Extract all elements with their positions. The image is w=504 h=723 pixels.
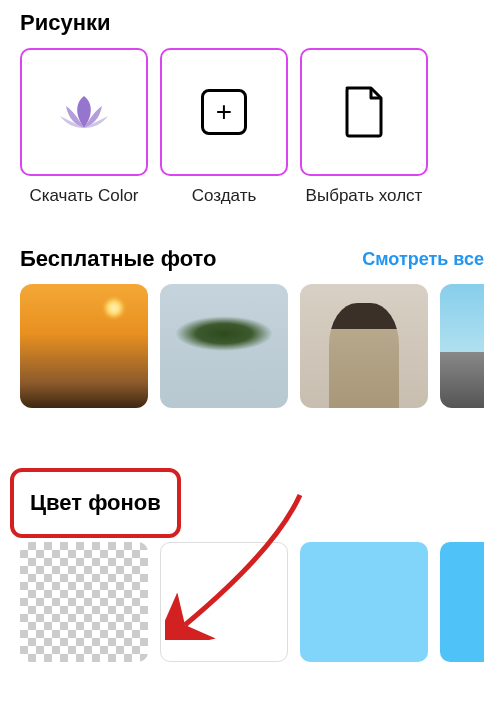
tile-label: Создать	[192, 186, 257, 206]
bg-colors-section: Цвет фонов	[0, 468, 504, 662]
color-swatch-transparent[interactable]	[20, 542, 148, 662]
photo-thumb-sunset[interactable]	[20, 284, 148, 408]
color-swatch-sky-blue[interactable]	[440, 542, 484, 662]
color-swatch-light-blue[interactable]	[300, 542, 428, 662]
photos-row[interactable]	[20, 284, 484, 408]
color-swatch-white[interactable]	[160, 542, 288, 662]
tile-label: Выбрать холст	[306, 186, 423, 206]
tile-label: Скачать Color	[29, 186, 138, 206]
free-photos-title: Бесплатные фото	[20, 246, 216, 272]
download-color-tile[interactable]: Скачать Color	[20, 48, 148, 206]
plus-icon: +	[201, 89, 247, 135]
choose-canvas-tile[interactable]: Выбрать холст	[300, 48, 428, 206]
document-icon	[343, 86, 385, 138]
free-photos-section: Бесплатные фото Смотреть все	[0, 236, 504, 408]
drawings-title: Рисунки	[20, 10, 111, 36]
drawings-tiles: Скачать Color + Создать Выбрать холст	[20, 48, 484, 206]
see-all-link[interactable]: Смотреть все	[362, 249, 484, 270]
bg-colors-title: Цвет фонов	[10, 468, 181, 538]
drawings-section: Рисунки Скачать Color + Создать	[0, 0, 504, 206]
colors-row[interactable]	[20, 542, 484, 662]
photo-thumb-person[interactable]	[300, 284, 428, 408]
photo-thumb-road[interactable]	[440, 284, 484, 408]
photo-thumb-tree[interactable]	[160, 284, 288, 408]
lotus-icon	[56, 84, 112, 140]
create-tile[interactable]: + Создать	[160, 48, 288, 206]
